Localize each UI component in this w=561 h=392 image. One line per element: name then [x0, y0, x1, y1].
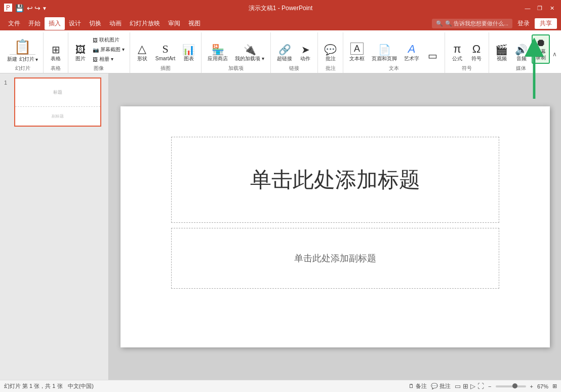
object-button[interactable]: ▭ — [423, 49, 442, 64]
picture-button[interactable]: 🖼 图片 — [71, 43, 90, 64]
header-footer-button[interactable]: 📄 页眉和页脚 — [369, 43, 400, 64]
search-box[interactable]: 🔍 🔍 告诉我您想要做什么... — [432, 19, 512, 28]
equation-button[interactable]: π 公式 — [448, 42, 466, 64]
reading-view-icon[interactable]: ▷ — [470, 382, 475, 390]
textbox-button[interactable]: A 文本框 — [346, 41, 368, 64]
title-bar-left: 🅿 💾 ↩ ↪ ▼ — [4, 4, 47, 13]
shapes-label: 形状 — [137, 56, 147, 62]
action-label: 动作 — [300, 56, 310, 62]
new-slide-label[interactable]: 新建 幻灯片 ▾ — [7, 56, 38, 63]
ribbon-group-text-label: 文本 — [346, 64, 442, 72]
action-button[interactable]: ➤ 动作 — [296, 43, 314, 64]
hyperlink-button[interactable]: 🔗 超链接 — [274, 43, 295, 64]
ribbon-group-link-items: 🔗 超链接 ➤ 动作 — [274, 33, 314, 64]
ribbon-group-slides-label: 幻灯片 — [5, 64, 40, 72]
comment-button[interactable]: 💬 批注 — [321, 43, 340, 64]
chart-icon: 📊 — [182, 45, 195, 55]
album-label: 相册 ▾ — [99, 56, 113, 63]
zoom-thumb[interactable] — [512, 383, 517, 388]
chart-button[interactable]: 📊 图表 — [179, 43, 198, 64]
online-picture-label: 联机图片 — [99, 36, 119, 44]
picture-icon: 🖼 — [75, 45, 86, 55]
menu-file[interactable]: 文件 — [4, 17, 24, 30]
close-button[interactable]: ✕ — [547, 3, 557, 13]
canvas-area: 单击此处添加标题 单击此处添加副标题 — [109, 73, 561, 380]
action-icon: ➤ — [301, 45, 310, 55]
undo-button[interactable]: ↩ — [27, 4, 33, 12]
menu-insert[interactable]: 插入 — [45, 17, 65, 30]
ribbon-group-illustration: △ 形状 S SmartArt 📊 图表 插图 — [130, 32, 202, 73]
slideshow-icon[interactable]: ⛶ — [477, 382, 484, 390]
customize-button[interactable]: ▼ — [42, 6, 47, 11]
online-picture-icon: 🖼 — [93, 37, 98, 43]
redo-button[interactable]: ↪ — [34, 4, 41, 12]
album-icon: 🖼 — [93, 57, 98, 62]
title-placeholder[interactable]: 单击此处添加标题 — [171, 137, 499, 223]
menu-review[interactable]: 审阅 — [164, 17, 184, 30]
ribbon-collapse-button[interactable]: ∧ — [552, 51, 557, 58]
ribbon-group-image: 🖼 图片 🖼 联机图片 📷 屏幕截图 ▾ 🖼 相册 ▾ — [68, 32, 130, 73]
ribbon-group-text: A 文本框 📄 页眉和页脚 A 艺术字 ▭ 文本 — [343, 32, 445, 73]
audio-label: 音频 — [516, 56, 527, 62]
ribbon-group-media-items: 🎬 视频 🔊 音频 ⏺ 屏幕录制 — [492, 33, 550, 64]
slide-thumb-image[interactable]: 标题 副标题 — [14, 77, 101, 127]
smartart-button[interactable]: S SmartArt — [152, 42, 178, 64]
slide-sorter-icon[interactable]: ⊞ — [463, 382, 468, 390]
slide-panel: 1 标题 副标题 — [0, 73, 109, 380]
menu-view[interactable]: 视图 — [184, 17, 205, 30]
share-button[interactable]: 共享 — [535, 18, 557, 29]
image-small-col: 🖼 联机图片 📷 屏幕截图 ▾ 🖼 相册 ▾ — [91, 35, 127, 64]
undo-redo-group: ↩ ↪ ▼ — [27, 4, 47, 12]
my-addins-label: 我的加载项 ▾ — [235, 56, 264, 62]
shapes-button[interactable]: △ 形状 — [133, 42, 151, 64]
header-footer-icon: 📄 — [378, 45, 391, 55]
menu-animation[interactable]: 动画 — [105, 17, 126, 30]
menu-transition[interactable]: 切换 — [85, 17, 105, 30]
hyperlink-label: 超链接 — [277, 56, 292, 62]
save-icon[interactable]: 💾 — [15, 4, 24, 12]
zoom-slider[interactable] — [496, 385, 526, 387]
symbol-button[interactable]: Ω 符号 — [467, 42, 486, 64]
table-button[interactable]: ⊞ 表格 — [47, 43, 65, 64]
zoom-plus[interactable]: + — [530, 383, 533, 389]
menu-slideshow[interactable]: 幻灯片放映 — [126, 17, 164, 30]
video-button[interactable]: 🎬 视频 — [492, 43, 511, 64]
ribbon-group-illustration-items: △ 形状 S SmartArt 📊 图表 — [133, 33, 198, 64]
login-button[interactable]: 登录 — [517, 19, 530, 28]
fit-button[interactable]: ⊞ — [552, 383, 557, 389]
ribbon-group-table-items: ⊞ 表格 — [47, 33, 65, 64]
notes-button[interactable]: 🗒 备注 — [409, 382, 427, 390]
screenshot-button[interactable]: 📷 屏幕截图 ▾ — [91, 45, 127, 54]
app-icon: 🅿 — [4, 4, 12, 13]
screenshot-icon: 📷 — [93, 47, 99, 53]
slide-canvas[interactable]: 单击此处添加标题 单击此处添加副标题 — [121, 106, 550, 347]
menu-design[interactable]: 设计 — [65, 17, 85, 30]
ribbon-group-media-label: 媒体 — [492, 64, 550, 72]
slide-thumbnail-1[interactable]: 1 标题 副标题 — [4, 77, 104, 127]
ribbon-group-comment: 💬 批注 批注 — [318, 32, 343, 73]
ribbon-group-media: 🎬 视频 🔊 音频 ⏺ 屏幕录制 媒体 — [489, 32, 553, 73]
audio-button[interactable]: 🔊 音频 — [512, 43, 531, 64]
zoom-minus[interactable]: − — [488, 383, 491, 389]
album-button[interactable]: 🖼 相册 ▾ — [91, 55, 127, 64]
menu-home[interactable]: 开始 — [24, 17, 45, 30]
ribbon-group-symbol-items: π 公式 Ω 符号 — [448, 33, 486, 64]
my-addins-button[interactable]: 🔌 我的加载项 ▾ — [232, 43, 267, 64]
restore-button[interactable]: ❐ — [535, 3, 545, 13]
screen-record-button[interactable]: ⏺ 屏幕录制 — [532, 34, 550, 64]
wordart-button[interactable]: A 艺术字 — [401, 42, 422, 64]
online-picture-button[interactable]: 🖼 联机图片 — [91, 35, 127, 45]
comments-button[interactable]: 💬 批注 — [431, 382, 451, 390]
new-slide-button[interactable]: 📋 新建 幻灯片 ▾ — [5, 39, 40, 64]
store-icon: 🏪 — [212, 45, 224, 55]
window-title: 演示文稿1 - PowerPoint — [249, 4, 313, 13]
smartart-icon: S — [162, 44, 168, 55]
ribbon-group-link: 🔗 超链接 ➤ 动作 链接 — [271, 32, 318, 73]
normal-view-icon[interactable]: ▭ — [455, 382, 461, 390]
ribbon-group-slides-items: 📋 新建 幻灯片 ▾ — [5, 33, 40, 64]
store-label: 应用商店 — [208, 56, 228, 62]
store-button[interactable]: 🏪 应用商店 — [205, 43, 231, 64]
audio-icon: 🔊 — [515, 45, 528, 55]
minimize-button[interactable]: — — [523, 3, 533, 13]
subtitle-placeholder[interactable]: 单击此处添加副标题 — [171, 228, 499, 289]
